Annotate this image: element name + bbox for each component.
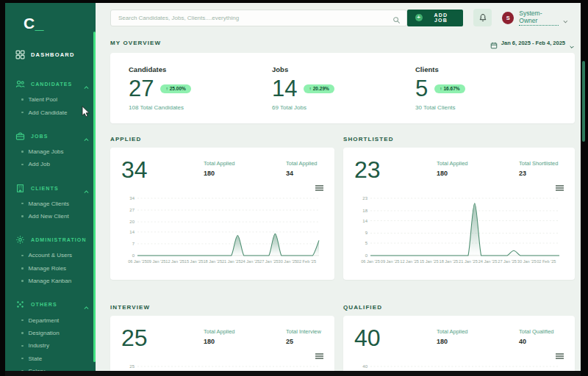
bullet-icon	[21, 280, 24, 282]
svg-text:09 Jan '25: 09 Jan '25	[381, 259, 400, 264]
bullet-icon	[21, 332, 24, 334]
panel-stat1-value: 180	[204, 338, 286, 345]
sidebar-item-manage-kanban[interactable]: Manage Kanban	[5, 275, 96, 287]
sidebar-item-add-job[interactable]: Add Job	[5, 158, 96, 170]
svg-text:02 Feb '25: 02 Feb '25	[297, 259, 316, 264]
sidebar-item-talent-pool[interactable]: Talent Pool	[5, 93, 96, 106]
sidebar-group-label: CLIENTS	[31, 186, 77, 191]
svg-text:12 Jan '25: 12 Jan '25	[165, 259, 184, 264]
panel-interview: INTERVIEW25Total Applied180Total Intervi…	[110, 280, 334, 371]
sidebar-group-others: OTHERSDepartmentDesignationIndustryState…	[5, 294, 96, 371]
overview-header: MY OVERVIEW Jan 6, 2025 - Feb 4, 2025	[110, 39, 575, 46]
search-input[interactable]	[117, 14, 392, 22]
sidebar-item-add-new-client[interactable]: Add New Client	[5, 210, 96, 223]
sidebar-group-header-others[interactable]: OTHERS	[5, 294, 96, 314]
chart-menu-icon[interactable]	[556, 353, 564, 360]
svg-text:21 Jan '25: 21 Jan '25	[222, 259, 241, 264]
sidebar-group-header-candidates[interactable]: CANDIDATES	[5, 74, 96, 93]
building-icon	[15, 184, 25, 193]
panel-stat2-value: 23	[519, 170, 564, 177]
panel-title: INTERVIEW	[110, 304, 150, 311]
stat-label: Candidates	[129, 65, 272, 73]
sidebar-item-label: Manage Roles	[29, 265, 67, 272]
bullet-icon	[21, 215, 24, 217]
panel-title: QUALIFIED	[343, 304, 382, 311]
stat-card-jobs: Jobs14↑ 20.29%69 Total Jobs	[272, 65, 415, 111]
search-icon[interactable]	[392, 14, 401, 22]
stat-value: 27	[129, 77, 154, 100]
panel-stat1-value: 180	[437, 338, 519, 345]
notifications-button[interactable]	[473, 9, 492, 26]
panel-title: APPLIED	[110, 136, 141, 142]
sidebar-item-label: Add Candidate	[29, 109, 68, 116]
chart-menu-icon[interactable]	[556, 185, 564, 192]
add-job-button[interactable]: + ADD JOB	[407, 10, 463, 26]
chart-menu-icon[interactable]	[315, 353, 323, 360]
stat-card-clients: Clients5↑ 16.67%30 Total Clients	[415, 65, 559, 111]
sidebar-item-label: Manage Clients	[29, 200, 70, 207]
panel-card-interview: 25Total Applied180Total Interview2525	[110, 316, 334, 371]
panel-card-qualified: 40Total Applied180Total Qualified4040	[343, 316, 575, 371]
sidebar-group-label: ADMINISTRATION	[31, 237, 87, 242]
chevron-up-icon	[83, 133, 90, 140]
svg-text:30 Jan '25: 30 Jan '25	[279, 259, 298, 264]
sidebar-group-clients: CLIENTSManage ClientsAdd New Client	[5, 178, 96, 223]
stat-value: 14	[272, 77, 297, 100]
panel-applied: APPLIED34Total Applied180Total Applied34…	[110, 134, 334, 280]
avatar[interactable]: S	[502, 12, 514, 24]
panel-stat2-label: Total Interview	[286, 328, 323, 335]
svg-text:27 Jan '25: 27 Jan '25	[498, 259, 517, 264]
chart-panels: APPLIED34Total Applied180Total Applied34…	[110, 134, 575, 371]
panel-stat2-label: Total Qualified	[519, 328, 564, 335]
sidebar-group-header-clients[interactable]: CLIENTS	[5, 178, 96, 198]
sidebar-item-manage-roles[interactable]: Manage Roles	[5, 262, 96, 275]
chevron-up-icon	[83, 185, 90, 192]
sidebar-item-label: Account & Users	[29, 252, 73, 258]
svg-text:09 Jan '25: 09 Jan '25	[147, 259, 166, 264]
bullet-icon	[21, 267, 24, 270]
arrow-up-icon: ↑	[165, 86, 168, 91]
svg-text:24 Jan '25: 24 Jan '25	[240, 259, 259, 264]
global-search[interactable]	[110, 10, 407, 26]
svg-text:20: 20	[129, 220, 135, 224]
svg-text:27 Jan '25: 27 Jan '25	[259, 259, 279, 264]
svg-text:23: 23	[362, 196, 368, 200]
sidebar-group-candidates: CANDIDATESTalent PoolAdd Candidate	[5, 74, 96, 119]
svg-text:18 Jan '25: 18 Jan '25	[203, 259, 222, 264]
stat-label: Clients	[415, 65, 559, 73]
chart-menu-icon[interactable]	[315, 185, 323, 192]
sidebar-item-industry[interactable]: Industry	[5, 339, 96, 352]
svg-text:24 Jan '25: 24 Jan '25	[478, 259, 498, 264]
sidebar-item-dashboard[interactable]: DASHBOARD	[5, 43, 96, 67]
date-range-picker[interactable]: Jan 6, 2025 - Feb 4, 2025	[490, 39, 575, 46]
sidebar-item-add-candidate[interactable]: Add Candidate	[5, 106, 96, 118]
panel-big-value: 25	[121, 325, 204, 351]
chevron-down-icon	[569, 40, 575, 46]
sidebar-item-manage-clients[interactable]: Manage Clients	[5, 198, 96, 210]
bullet-icon	[21, 345, 24, 347]
sidebar-item-manage-jobs[interactable]: Manage Jobs	[5, 145, 96, 158]
panel-stat1-label: Total Applied	[437, 160, 519, 167]
sidebar-group-header-jobs[interactable]: JOBS	[5, 126, 96, 145]
date-range-label: Jan 6, 2025 - Feb 4, 2025	[501, 40, 565, 46]
app-logo[interactable]: C_	[5, 3, 96, 43]
sidebar-group-header-administration[interactable]: ADMINISTRATION	[5, 230, 96, 249]
sidebar-item-label: DASHBOARD	[31, 51, 75, 58]
sidebar-item-department[interactable]: Department	[5, 314, 96, 326]
panel-stat1-value: 180	[437, 170, 519, 177]
area-chart-qualified: 40	[354, 363, 564, 371]
user-menu[interactable]: System-Owner	[519, 10, 559, 26]
sidebar-item-account-users[interactable]: Account & Users	[5, 249, 96, 261]
area-chart-applied: 342720147006 Jan '2509 Jan '2512 Jan '25…	[121, 195, 323, 264]
panel-big-value: 34	[121, 157, 204, 183]
stat-label: Jobs	[272, 65, 415, 73]
sidebar-item-designation[interactable]: Designation	[5, 327, 96, 339]
panel-stat1-label: Total Applied	[204, 328, 286, 335]
sidebar: C_ DASHBOARD CANDIDATESTalent PoolAdd Ca…	[5, 3, 96, 371]
area-chart-interview: 25	[121, 363, 323, 371]
stat-total: 30 Total Clients	[415, 104, 559, 111]
chevron-down-icon[interactable]	[562, 15, 569, 21]
page-scrollbar[interactable]	[582, 61, 585, 142]
sidebar-item-salary[interactable]: Salary	[5, 365, 96, 371]
sidebar-item-state[interactable]: State	[5, 352, 96, 365]
